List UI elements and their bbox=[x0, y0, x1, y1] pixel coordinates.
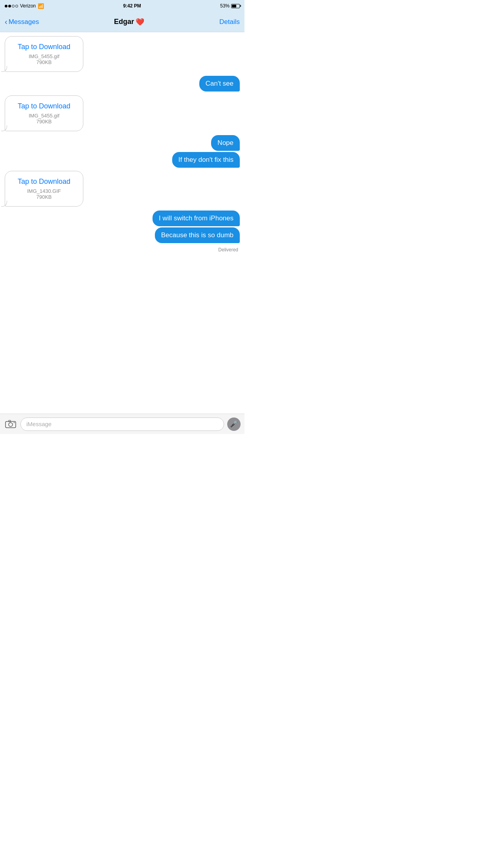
tap-download-label-2[interactable]: Tap to Download bbox=[13, 102, 75, 110]
status-right: 53% bbox=[220, 3, 240, 9]
download-bubble-2[interactable]: Tap to Download IMG_5455.gif 790KB bbox=[5, 95, 83, 131]
list-item: Tap to Download IMG_5455.gif 790KB bbox=[5, 36, 240, 72]
contact-emoji: ❤️ bbox=[136, 18, 144, 26]
outgoing-bubble-switch: I will switch from iPhones bbox=[153, 211, 240, 226]
tap-download-label-3[interactable]: Tap to Download bbox=[13, 178, 75, 186]
download-bubble-3[interactable]: Tap to Download IMG_1430.GIF 790KB bbox=[5, 171, 83, 207]
file-name-2: IMG_5455.gif bbox=[13, 113, 75, 119]
camera-button[interactable] bbox=[4, 418, 17, 431]
switch-text: I will switch from iPhones bbox=[159, 214, 233, 222]
camera-icon bbox=[5, 420, 16, 429]
fix-text: If they don't fix this bbox=[178, 156, 233, 163]
list-item: Tap to Download IMG_1430.GIF 790KB bbox=[5, 171, 240, 207]
file-name-1: IMG_5455.gif bbox=[13, 53, 75, 59]
details-button[interactable]: Details bbox=[219, 18, 240, 26]
input-placeholder: iMessage bbox=[26, 421, 51, 427]
contact-name: Edgar bbox=[114, 18, 134, 26]
file-size-3: 790KB bbox=[13, 194, 75, 200]
file-size-2: 790KB bbox=[13, 119, 75, 125]
status-left: Verizon 📶 bbox=[5, 3, 44, 9]
chat-area: Tap to Download IMG_5455.gif 790KB Can't… bbox=[0, 32, 244, 414]
cant-see-text: Can't see bbox=[206, 80, 233, 87]
back-button[interactable]: ‹ Messages bbox=[5, 18, 39, 26]
nope-text: Nope bbox=[217, 139, 233, 146]
svg-point-1 bbox=[9, 423, 13, 427]
nav-title: Edgar ❤️ bbox=[114, 18, 144, 26]
outgoing-bubble-nope: Nope bbox=[211, 135, 240, 151]
svg-rect-2 bbox=[9, 420, 11, 422]
dumb-text: Because this is so dumb bbox=[161, 231, 233, 239]
delivered-label: Delivered bbox=[5, 247, 240, 253]
back-label: Messages bbox=[9, 18, 39, 26]
status-time: 9:42 PM bbox=[123, 3, 141, 9]
list-item: Tap to Download IMG_5455.gif 790KB bbox=[5, 95, 240, 131]
file-size-1: 790KB bbox=[13, 59, 75, 65]
battery-icon bbox=[231, 4, 240, 8]
carrier-label: Verizon bbox=[20, 3, 36, 9]
signal-dots bbox=[5, 5, 18, 7]
list-item: Can't see bbox=[5, 76, 240, 92]
file-name-3: IMG_1430.GIF bbox=[13, 188, 75, 194]
signal-dot-3 bbox=[12, 5, 15, 7]
signal-dot-2 bbox=[8, 5, 11, 7]
message-input[interactable]: iMessage bbox=[20, 418, 224, 431]
outgoing-group-1: Nope If they don't fix this bbox=[5, 135, 240, 168]
outgoing-group-2: I will switch from iPhones Because this … bbox=[5, 211, 240, 243]
wifi-icon: 📶 bbox=[38, 3, 44, 9]
tap-download-label-1[interactable]: Tap to Download bbox=[13, 43, 75, 51]
svg-point-3 bbox=[14, 422, 15, 423]
battery-percent: 53% bbox=[220, 3, 230, 9]
signal-dot-4 bbox=[15, 5, 18, 7]
input-bar: iMessage 🎤 bbox=[0, 414, 244, 434]
outgoing-bubble-dumb: Because this is so dumb bbox=[155, 227, 240, 243]
mic-button[interactable]: 🎤 bbox=[227, 418, 241, 431]
status-bar: Verizon 📶 9:42 PM 53% bbox=[0, 0, 244, 12]
download-bubble-1[interactable]: Tap to Download IMG_5455.gif 790KB bbox=[5, 36, 83, 72]
nav-bar: ‹ Messages Edgar ❤️ Details bbox=[0, 12, 244, 32]
battery-fill bbox=[232, 5, 236, 7]
mic-icon: 🎤 bbox=[230, 420, 238, 428]
outgoing-bubble-fix: If they don't fix this bbox=[172, 152, 240, 168]
outgoing-bubble-cant-see: Can't see bbox=[199, 76, 240, 92]
signal-dot-1 bbox=[5, 5, 7, 7]
back-chevron-icon: ‹ bbox=[5, 18, 7, 26]
